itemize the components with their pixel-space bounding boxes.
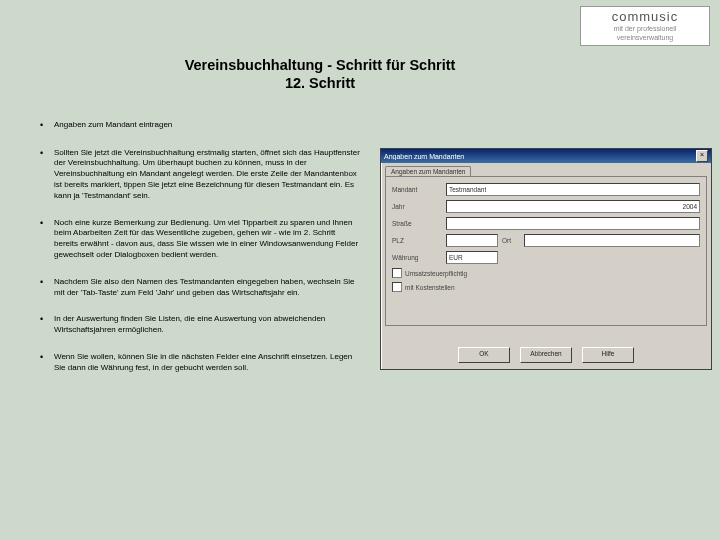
checkbox-label: Umsatzsteuerpflichtig bbox=[405, 270, 467, 277]
label-waehrung: Währung bbox=[392, 254, 442, 261]
brand-tagline-2: vereinsverwaltung bbox=[583, 34, 707, 42]
bullet-icon: • bbox=[40, 314, 54, 336]
brand-name: commusic bbox=[583, 9, 707, 24]
tab-panel: Mandant Testmandant Jahr 2004 Straße PLZ… bbox=[385, 176, 707, 326]
label-jahr: Jahr bbox=[392, 203, 442, 210]
bullet-icon: • bbox=[40, 120, 54, 132]
checkbox-icon bbox=[392, 282, 402, 292]
bullet-text: Angaben zum Mandant eintragen bbox=[54, 120, 360, 132]
label-plz: PLZ bbox=[392, 237, 442, 244]
help-button[interactable]: Hilfe bbox=[582, 347, 634, 363]
bullet-text: In der Auswertung finden Sie Listen, die… bbox=[54, 314, 360, 336]
tab-mandant[interactable]: Angaben zum Mandanten bbox=[385, 166, 471, 176]
mandant-dialog: Angaben zum Mandanten × Angaben zum Mand… bbox=[380, 148, 712, 370]
title-line-2: 12. Schritt bbox=[170, 74, 470, 92]
close-icon[interactable]: × bbox=[696, 150, 708, 162]
bullet-icon: • bbox=[40, 277, 54, 299]
list-item: • Angaben zum Mandant eintragen bbox=[40, 120, 360, 132]
label-strasse: Straße bbox=[392, 220, 442, 227]
bullet-text: Sollten Sie jetzt die Vereinsbuchhaltung… bbox=[54, 148, 360, 202]
strasse-field[interactable] bbox=[446, 217, 700, 230]
brand-logo: commusic mit der professionell vereinsve… bbox=[580, 6, 710, 46]
bullet-icon: • bbox=[40, 148, 54, 202]
checkbox-kostenstellen[interactable]: mit Kostenstellen bbox=[392, 282, 700, 292]
bullet-icon: • bbox=[40, 352, 54, 374]
checkbox-icon bbox=[392, 268, 402, 278]
list-item: • Sollten Sie jetzt die Vereinsbuchhaltu… bbox=[40, 148, 360, 202]
checkbox-ust[interactable]: Umsatzsteuerpflichtig bbox=[392, 268, 700, 278]
title-line-1: Vereinsbuchhaltung - Schritt für Schritt bbox=[170, 56, 470, 74]
ort-field[interactable] bbox=[524, 234, 700, 247]
plz-field[interactable] bbox=[446, 234, 498, 247]
page-title: Vereinsbuchhaltung - Schritt für Schritt… bbox=[170, 56, 470, 92]
bullet-list: • Angaben zum Mandant eintragen • Sollte… bbox=[40, 120, 360, 390]
list-item: • Wenn Sie wollen, können Sie in die näc… bbox=[40, 352, 360, 374]
mandant-field[interactable]: Testmandant bbox=[446, 183, 700, 196]
bullet-text: Nachdem Sie also den Namen des Testmanda… bbox=[54, 277, 360, 299]
checkbox-label: mit Kostenstellen bbox=[405, 284, 455, 291]
brand-tagline-1: mit der professionell bbox=[583, 25, 707, 33]
bullet-text: Wenn Sie wollen, können Sie in die nächs… bbox=[54, 352, 360, 374]
waehrung-field[interactable]: EUR bbox=[446, 251, 498, 264]
cancel-button[interactable]: Abbrechen bbox=[520, 347, 572, 363]
label-mandant: Mandant bbox=[392, 186, 442, 193]
label-ort: Ort bbox=[502, 237, 520, 244]
tabstrip: Angaben zum Mandanten bbox=[381, 163, 711, 176]
list-item: • In der Auswertung finden Sie Listen, d… bbox=[40, 314, 360, 336]
dialog-titlebar: Angaben zum Mandanten × bbox=[381, 149, 711, 163]
list-item: • Nachdem Sie also den Namen des Testman… bbox=[40, 277, 360, 299]
jahr-field[interactable]: 2004 bbox=[446, 200, 700, 213]
bullet-icon: • bbox=[40, 218, 54, 261]
bullet-text: Noch eine kurze Bemerkung zur Bedienung.… bbox=[54, 218, 360, 261]
dialog-title: Angaben zum Mandanten bbox=[384, 153, 464, 160]
list-item: • Noch eine kurze Bemerkung zur Bedienun… bbox=[40, 218, 360, 261]
ok-button[interactable]: OK bbox=[458, 347, 510, 363]
dialog-button-row: OK Abbrechen Hilfe bbox=[381, 347, 711, 363]
